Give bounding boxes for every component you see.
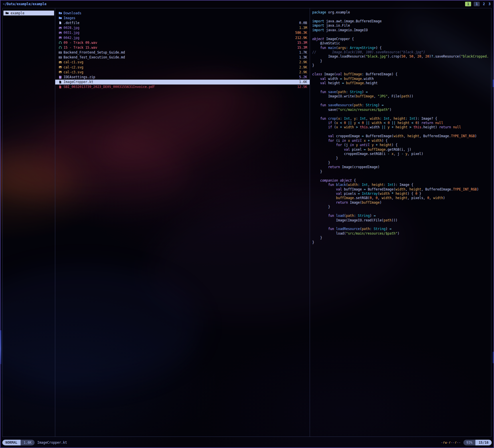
code-preview: package org.example import java.awt.imag… — [310, 8, 491, 245]
code-line: val pixel = buffImage.getRGB(i, j) — [312, 148, 491, 152]
file-list-pane: DownloadsImages.dotfile0.0B0028.jpg1.3M0… — [55, 8, 310, 437]
code-line — [312, 130, 491, 134]
file-size: 15.3M — [297, 41, 307, 45]
code-line — [312, 99, 491, 103]
file-name: cal-c2.svg — [64, 65, 83, 69]
folder-download-icon — [59, 11, 64, 15]
audio-icon — [59, 46, 64, 49]
sidebar-item-example[interactable]: example — [3, 11, 54, 15]
code-line — [312, 112, 491, 116]
status-bar: NORMAL 1.6K ImageCropper.kt -rw-r--r-- 9… — [2, 439, 492, 446]
file-row[interactable]: cal-c1.svg2.9K — [55, 60, 310, 65]
file-row[interactable]: 0028.jpg1.3M — [55, 25, 310, 30]
file-row[interactable]: Images — [55, 15, 310, 20]
image-icon — [59, 36, 64, 39]
sidebar-item-label: example — [11, 11, 24, 15]
code-line: } — [312, 170, 491, 174]
file-name: ImageCropper.kt — [64, 80, 93, 84]
file-row[interactable]: Downloads — [55, 11, 310, 15]
code-line: package org.example — [312, 10, 491, 15]
file-name: 15 - Track 15.wav — [64, 46, 97, 50]
code-line: load("src/main/resources/$path") — [312, 231, 491, 236]
code-line: fun load(path: String) = — [312, 214, 491, 218]
file-row[interactable]: .dotfile0.0B — [55, 20, 310, 25]
code-line: import java.awt.image.BufferedImage — [312, 19, 491, 23]
file-name: SBI_0032013739_2023_DE05_0003155631Invoi… — [64, 85, 155, 89]
breadcrumb-path: ~/Data/example/example — [3, 2, 46, 6]
code-line: fun loadResource(path: String) = — [312, 227, 491, 231]
file-name: 0031.jpg — [64, 31, 79, 35]
file-name: Images — [64, 16, 76, 20]
file-row[interactable]: Backend_Frontend_Setup_Guide.md1.7K — [55, 50, 310, 55]
scroll-percent: 93% — [463, 440, 476, 445]
file-size: 212.9K — [295, 36, 307, 40]
markdown-icon — [59, 56, 64, 59]
file-row[interactable]: cal-c3.svg2.9K — [55, 70, 310, 74]
tab-4[interactable]: 3 — [488, 2, 491, 6]
image-icon — [59, 31, 64, 34]
file-name: Backend_Frontend_Setup_Guide.md — [64, 50, 125, 54]
code-icon — [59, 80, 64, 84]
tab-3[interactable]: 2 — [482, 2, 485, 6]
file-size: 1.3M — [299, 26, 307, 30]
pdf-icon — [59, 85, 64, 89]
code-line: fun crop(x: Int, y: Int, width: Int, hei… — [312, 117, 491, 121]
code-line: croppedImage.setRGB(i - x, j - y, pixel) — [312, 152, 491, 156]
code-line: val width = buffImage.width — [312, 77, 491, 81]
archive-icon — [59, 76, 64, 79]
file-row[interactable]: 0042.jpg212.9K — [55, 35, 310, 40]
file-list: DownloadsImages.dotfile0.0B0028.jpg1.3M0… — [55, 8, 310, 89]
cursor-position: 15/16 — [475, 440, 492, 445]
folder-icon — [5, 11, 9, 15]
file-row[interactable]: cal-c2.svg2.9K — [55, 65, 310, 70]
image-icon — [59, 66, 64, 69]
status-filename: ImageCropper.kt — [37, 441, 67, 445]
terminal-window: ~/Data/example/example 1123 example Down… — [0, 0, 494, 448]
file-size-indicator: 1.6K — [21, 440, 35, 445]
file-row[interactable]: 15 - Track 15.wav15.3M — [55, 45, 310, 50]
image-icon — [59, 70, 64, 74]
code-line: Image.loadResource("black.jpg").crop(50,… — [312, 54, 491, 59]
code-line: for (i in x until x + width) { — [312, 139, 491, 143]
file-size: 2.9K — [299, 60, 307, 64]
code-line — [312, 85, 491, 90]
file-row[interactable]: IDEAsettings.zip5.2K — [55, 74, 310, 79]
folder-icon — [59, 16, 64, 19]
pane-container: example DownloadsImages.dotfile0.0B0028.… — [2, 8, 491, 437]
code-line: } — [312, 205, 491, 209]
code-line: ImageIO.write(buffImage, "JPG", File(pat… — [312, 94, 491, 99]
file-row[interactable]: ImageCropper.kt1.6K — [55, 80, 310, 85]
code-line: } — [312, 63, 491, 68]
code-line: if (x < 0 || y < 0 || width < 0 || heigh… — [312, 121, 491, 125]
code-line: } — [312, 236, 491, 240]
code-line: Image(ImageIO.read(File(path))) — [312, 218, 491, 223]
mode-indicator: NORMAL — [2, 440, 21, 445]
code-line: // Image.black(100, 100).saveResource("b… — [312, 50, 491, 54]
code-line — [312, 15, 491, 19]
file-row[interactable]: 0031.jpg586.3K — [55, 30, 310, 35]
tab-2[interactable]: 1 — [474, 2, 480, 6]
file-row[interactable]: Backend_Test_Execution_Guide.md1.3K — [55, 55, 310, 60]
header-bar: ~/Data/example/example 1123 — [3, 1, 491, 7]
code-line — [312, 209, 491, 214]
preview-pane: package org.example import java.awt.imag… — [310, 8, 491, 437]
image-icon — [59, 61, 64, 64]
file-size: 5.2K — [299, 75, 307, 79]
tab-1[interactable]: 1 — [465, 2, 471, 6]
file-row[interactable]: SBI_0032013739_2023_DE05_0003155631Invoi… — [55, 85, 310, 89]
code-line: fun saveResource(path: String) = — [312, 103, 491, 107]
code-line: save("src/main/resources/$path") — [312, 108, 491, 112]
audio-icon — [59, 41, 64, 44]
file-size: 12.5K — [297, 85, 307, 89]
code-line: fun main(args: Array<String>) { — [312, 46, 491, 50]
code-line: @JvmStatic — [312, 41, 491, 46]
code-line: for (j in y until y + height) { — [312, 143, 491, 147]
code-line: class Image(val buffImage: BufferedImage… — [312, 72, 491, 76]
markdown-icon — [59, 51, 64, 54]
file-size: 2.9K — [299, 70, 307, 74]
code-line: object ImageCropper { — [312, 37, 491, 41]
file-name: Backend_Test_Execution_Guide.md — [64, 55, 125, 59]
file-row[interactable]: 09 - Track 09.wav15.3M — [55, 40, 310, 45]
status-right: -rw-r--r-- 93% 15/16 — [441, 440, 492, 445]
code-line: val height = buffImage.height — [312, 81, 491, 85]
